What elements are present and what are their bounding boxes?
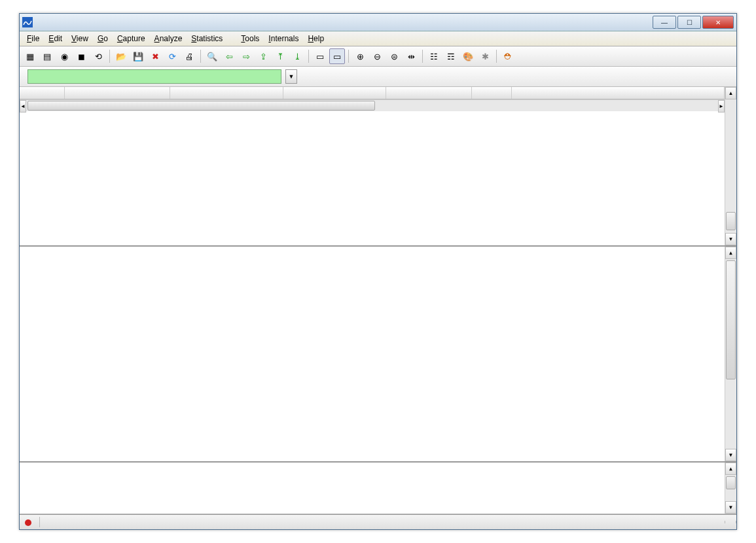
col-protocol[interactable] [386, 87, 472, 99]
detail-host[interactable] [20, 247, 725, 256]
status-profile[interactable] [725, 521, 736, 523]
packet-details-pane: ▲ ▼ [20, 247, 736, 463]
col-no[interactable] [20, 87, 65, 99]
scroll-down-icon[interactable]: ▼ [725, 233, 736, 245]
scroll-down-icon[interactable]: ▼ [725, 501, 736, 514]
maximize-button[interactable]: ☐ [677, 16, 701, 29]
toolbar-sep [422, 50, 423, 63]
packet-list-pane: ◄ ► ▲ ▼ [20, 87, 736, 247]
menubar: File Edit View Go Capture Analyze Statis… [20, 31, 736, 46]
app-icon [22, 17, 33, 27]
menu-file[interactable]: File [22, 33, 44, 44]
detail-accept-charset[interactable] [20, 296, 725, 306]
hex-pane: ▲ ▼ [20, 463, 736, 514]
toolbar-sep [496, 50, 497, 63]
stop-capture-icon[interactable]: ◼ [73, 48, 89, 64]
minimize-button[interactable]: — [653, 16, 676, 29]
detail-accept-language[interactable] [20, 276, 725, 286]
zoom-reset-icon[interactable]: ⊜ [386, 48, 402, 64]
zoom-in-icon[interactable]: ⊕ [352, 48, 368, 64]
v-scroll-thumb[interactable] [726, 476, 736, 489]
options-icon[interactable]: ▤ [39, 48, 55, 64]
status-bar [20, 514, 736, 529]
filter-input[interactable] [27, 69, 281, 84]
packet-list-header[interactable] [20, 87, 725, 99]
menu-tools[interactable]: Tools [236, 33, 264, 44]
start-capture-icon[interactable]: ◉ [56, 48, 72, 64]
zoom-out-icon[interactable]: ⊖ [369, 48, 385, 64]
detail-full-uri[interactable] [20, 335, 725, 345]
col-info[interactable] [512, 87, 725, 99]
col-source[interactable] [170, 87, 283, 99]
menu-go[interactable]: Go [93, 33, 113, 44]
detail-connection[interactable] [20, 315, 725, 325]
titlebar: — ☐ ✕ [20, 14, 736, 31]
print-icon[interactable]: 🖨 [181, 48, 197, 64]
filter-dropdown-icon[interactable]: ▼ [285, 69, 297, 84]
toolbar: ▦ ▤ ◉ ◼ ⟲ 📂 💾 ✖ ⟳ 🖨 🔍 ⇦ ⇨ ⇪ ⤒ ⤓ ▭ ▭ ⊕ ⊖ … [20, 46, 736, 67]
filter-bar: ▼ [20, 67, 736, 87]
scroll-left-icon[interactable]: ◄ [20, 100, 26, 113]
window-controls: — ☐ ✕ [651, 16, 734, 29]
toolbar-sep [348, 50, 349, 63]
open-icon[interactable]: 📂 [113, 48, 129, 64]
find-icon[interactable]: 🔍 [204, 48, 220, 64]
details-v-scrollbar[interactable]: ▲ ▼ [725, 247, 736, 461]
detail-accept-encoding[interactable] [20, 286, 725, 296]
back-icon[interactable]: ⇦ [221, 48, 237, 64]
h-scrollbar[interactable]: ◄ ► [20, 99, 725, 111]
display-filters-icon[interactable]: ☶ [443, 48, 459, 64]
save-icon[interactable]: 💾 [130, 48, 146, 64]
wireshark-window: — ☐ ✕ File Edit View Go Capture Analyze … [19, 13, 737, 530]
toolbar-sep [200, 50, 201, 63]
menu-capture[interactable]: Capture [113, 33, 150, 44]
detail-keep-alive[interactable] [20, 306, 725, 315]
status-frame [20, 517, 40, 527]
status-packets [40, 521, 725, 523]
detail-user-agent[interactable] [20, 256, 725, 266]
first-icon[interactable]: ⤒ [272, 48, 288, 64]
last-icon[interactable]: ⤓ [289, 48, 305, 64]
restart-capture-icon[interactable]: ⟲ [90, 48, 106, 64]
menu-edit[interactable]: Edit [44, 33, 67, 44]
capture-filters-icon[interactable]: ☷ [426, 48, 442, 64]
hex-v-scrollbar[interactable]: ▲ ▼ [725, 463, 736, 514]
h-scroll-thumb[interactable] [27, 101, 375, 111]
v-scrollbar[interactable]: ▲ ▼ [725, 87, 736, 245]
menu-internals[interactable]: Internals [264, 33, 303, 44]
detail-crlf[interactable] [20, 325, 725, 335]
v-scroll-thumb[interactable] [726, 260, 736, 379]
resize-cols-icon[interactable]: ⇹ [403, 48, 419, 64]
hex-body[interactable] [20, 463, 725, 514]
record-dot-icon [25, 519, 31, 526]
reload-icon[interactable]: ⟳ [164, 48, 180, 64]
menu-view[interactable]: View [67, 33, 93, 44]
goto-icon[interactable]: ⇪ [255, 48, 271, 64]
col-time[interactable] [65, 87, 170, 99]
menu-analyze[interactable]: Analyze [150, 33, 187, 44]
coloring-rules-icon[interactable]: 🎨 [460, 48, 476, 64]
scroll-up-icon[interactable]: ▲ [725, 463, 736, 475]
colorize-icon[interactable]: ▭ [312, 48, 328, 64]
autoscroll-icon[interactable]: ▭ [329, 48, 345, 64]
help-icon[interactable]: ⛑ [500, 48, 516, 64]
detail-accept[interactable] [20, 266, 725, 276]
toolbar-sep [308, 50, 309, 63]
scroll-up-icon[interactable]: ▲ [725, 87, 736, 99]
col-length[interactable] [472, 87, 512, 99]
forward-icon[interactable]: ⇨ [238, 48, 254, 64]
v-scroll-thumb[interactable] [726, 212, 736, 230]
interfaces-icon[interactable]: ▦ [22, 48, 38, 64]
close-file-icon[interactable]: ✖ [147, 48, 163, 64]
scroll-up-icon[interactable]: ▲ [725, 247, 736, 259]
menu-telephony[interactable] [227, 37, 236, 40]
close-button[interactable]: ✕ [702, 16, 734, 29]
figure-container: — ☐ ✕ File Edit View Go Capture Analyze … [0, 0, 756, 543]
prefs-icon[interactable]: ✱ [477, 48, 493, 64]
scroll-right-icon[interactable]: ► [718, 100, 725, 113]
col-destination[interactable] [283, 87, 386, 99]
toolbar-sep [109, 50, 110, 63]
menu-statistics[interactable]: Statistics [187, 33, 227, 44]
scroll-down-icon[interactable]: ▼ [725, 449, 736, 461]
menu-help[interactable]: Help [303, 33, 329, 44]
